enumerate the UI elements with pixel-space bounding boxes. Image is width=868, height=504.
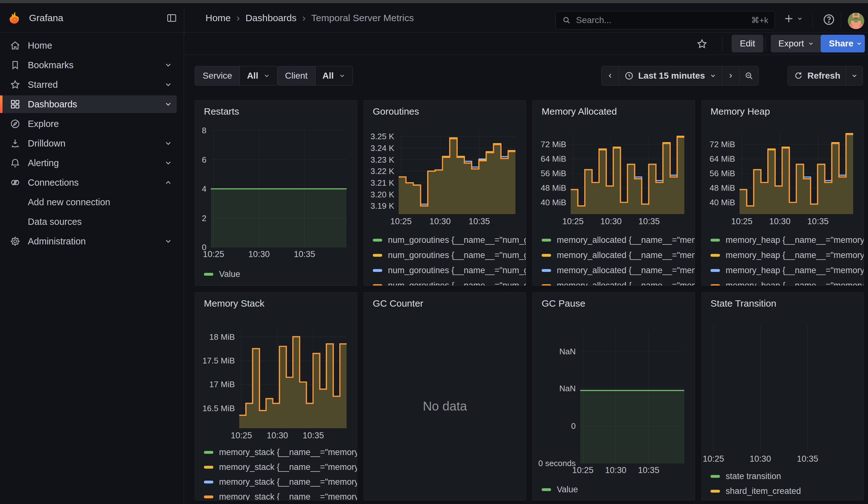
plot-area[interactable]	[740, 134, 853, 214]
export-button[interactable]: Export	[771, 35, 822, 52]
chart-restarts[interactable]: 8642010:2510:3010:35Value	[195, 101, 357, 286]
dock-menu-icon[interactable]	[165, 13, 178, 23]
legend-series-dash	[373, 269, 382, 272]
chart-memory-stack[interactable]: 18 MiB17.5 MiB17 MiB16.5 MiB10:2510:3010…	[195, 292, 357, 500]
zoom-out-icon	[744, 71, 754, 81]
y-axis-tick: 17.5 MiB	[195, 356, 235, 366]
legend-item[interactable]: num_goroutines {__name__="num_go	[373, 234, 526, 246]
y-axis-tick: 40 MiB	[533, 198, 566, 207]
legend-item[interactable]: memory_heap {__name__="memory_h	[711, 264, 864, 277]
chart-memory-allocated[interactable]: 72 MiB64 MiB56 MiB48 MiB40 MiB10:2510:30…	[533, 101, 695, 286]
chevron-down-icon	[263, 72, 270, 79]
x-axis-tick: 10:30	[589, 217, 633, 226]
breadcrumb-dashboards[interactable]: Dashboards	[246, 13, 297, 23]
chart-gc-pause[interactable]: NaNNaN00 seconds10:2510:3010:35Value	[533, 292, 695, 500]
sidebar-item-drilldown[interactable]: Drilldown	[0, 134, 184, 153]
sidebar-item-home[interactable]: Home	[0, 36, 184, 55]
legend-item[interactable]: memory_heap {__name__="memory_h	[711, 234, 864, 246]
legend-series-label: memory_allocated {__name__="memo	[557, 281, 695, 286]
legend-series-dash	[373, 284, 382, 286]
legend-item[interactable]: memory_allocated {__name__="memo	[541, 249, 695, 261]
legend-item[interactable]: Value	[541, 483, 578, 496]
sidebar-item-data-sources[interactable]: Data sources	[0, 212, 184, 232]
y-axis-tick: 3.24 K	[364, 143, 394, 153]
sidebar-item-starred[interactable]: Starred	[0, 75, 184, 94]
plot-area[interactable]	[702, 324, 859, 452]
refresh-button[interactable]: Refresh	[788, 66, 846, 85]
legend-series-dash	[711, 490, 720, 493]
time-back-button[interactable]	[602, 66, 619, 85]
legend-item[interactable]: memory_allocated {__name__="memo	[541, 234, 695, 246]
time-forward-button[interactable]	[723, 66, 740, 85]
edit-button[interactable]: Edit	[732, 35, 763, 52]
y-axis-tick: 2	[195, 214, 206, 223]
legend-series-label: shard_item_created	[726, 486, 801, 496]
legend-item[interactable]: num_goroutines {__name__="num_go	[373, 249, 526, 261]
plot-area[interactable]	[571, 134, 684, 214]
help-button[interactable]	[823, 13, 835, 26]
legend-item[interactable]: memory_heap {__name__="memory_h	[711, 279, 864, 286]
x-axis-tick: 10:25	[720, 217, 764, 226]
time-range-picker[interactable]: Last 15 minutes	[619, 66, 723, 85]
legend-item[interactable]: memory_stack {__name__="memory_s	[204, 446, 357, 459]
legend-item[interactable]: memory_stack {__name__="memory_s	[204, 491, 357, 501]
legend-series-label: Value	[557, 485, 578, 495]
client-variable-value[interactable]: All	[316, 66, 353, 85]
favorite-star-icon[interactable]	[696, 38, 707, 50]
service-variable-value[interactable]: All	[240, 66, 277, 85]
chevron-down-icon	[164, 81, 172, 89]
legend-item[interactable]: memory_stack {__name__="memory_s	[204, 461, 357, 473]
breadcrumb-current: Temporal Server Metrics	[311, 13, 414, 23]
sidebar-item-dashboards[interactable]: Dashboards	[0, 94, 184, 114]
legend-item[interactable]: Value	[204, 268, 240, 280]
legend-item[interactable]: memory_allocated {__name__="memo	[541, 279, 695, 286]
y-axis-tick: 48 MiB	[702, 183, 735, 193]
panel-title[interactable]: GC Counter	[373, 298, 423, 309]
add-button[interactable]	[783, 13, 803, 24]
zoom-out-button[interactable]	[740, 66, 758, 85]
grafana-app: Grafana Home › Dashboards › Temporal Ser…	[0, 0, 868, 504]
search-box[interactable]: ⌘+k	[556, 11, 775, 29]
sidebar-item-alerting[interactable]: Alerting	[0, 153, 184, 173]
y-axis-tick: 56 MiB	[702, 169, 735, 178]
dashboard-toolbar: Edit Export Share	[184, 32, 868, 55]
legend-series-label: num_goroutines {__name__="num_go	[388, 281, 526, 286]
panel-memory-stack: Memory Stack 18 MiB17.5 MiB17 MiB16.5 Mi…	[195, 292, 357, 501]
y-axis-tick: NaN	[533, 347, 576, 357]
plot-area[interactable]	[211, 131, 347, 247]
sidebar-item-bookmarks[interactable]: Bookmarks	[0, 55, 184, 75]
plot-area[interactable]	[399, 134, 515, 214]
sidebar-item-add-new-connection[interactable]: Add new connection	[0, 192, 184, 212]
chart-memory-heap[interactable]: 72 MiB64 MiB56 MiB48 MiB40 MiB10:2510:30…	[702, 101, 864, 286]
x-axis-tick: 10:30	[418, 217, 462, 226]
legend-series-dash	[204, 481, 213, 483]
x-axis-tick: 10:35	[796, 217, 840, 226]
x-axis-tick: 10:30	[237, 249, 281, 259]
grafana-logo-icon[interactable]	[8, 11, 21, 25]
sidebar-item-administration[interactable]: Administration	[0, 232, 184, 251]
refresh-controls: Refresh	[787, 66, 863, 85]
breadcrumb-home[interactable]: Home	[206, 13, 231, 23]
search-input[interactable]	[576, 15, 747, 25]
breadcrumb: Home › Dashboards › Temporal Server Metr…	[206, 3, 414, 32]
legend-series-dash	[541, 488, 551, 491]
legend-item[interactable]: num_goroutines {__name__="num_go	[373, 279, 526, 286]
avatar[interactable]	[848, 13, 864, 29]
refresh-interval-button[interactable]	[846, 66, 862, 85]
legend-item[interactable]: memory_stack {__name__="memory_s	[204, 475, 357, 488]
legend-series-label: memory_heap {__name__="memory_h	[726, 266, 864, 275]
share-menu-button[interactable]	[853, 35, 865, 52]
legend-item[interactable]: memory_heap {__name__="memory_h	[711, 249, 864, 261]
plot-area[interactable]	[580, 330, 684, 463]
chart-state-transition[interactable]: 10:2510:3010:35state transitionshard_ite…	[702, 292, 864, 500]
legend-item[interactable]: num_goroutines {__name__="num_go	[373, 264, 526, 277]
chevron-down-icon	[164, 139, 172, 147]
sidebar-item-explore[interactable]: Explore	[0, 114, 184, 134]
chevron-down-icon	[164, 100, 172, 108]
plot-area[interactable]	[239, 329, 347, 428]
legend-item[interactable]: memory_allocated {__name__="memo	[541, 264, 695, 277]
sidebar-item-connections[interactable]: Connections	[0, 173, 184, 192]
chart-goroutines[interactable]: 3.25 K3.24 K3.23 K3.22 K3.21 K3.20 K3.19…	[364, 101, 526, 286]
legend-item[interactable]: state transition	[711, 470, 781, 483]
legend-item[interactable]: shard_item_created	[711, 485, 801, 497]
